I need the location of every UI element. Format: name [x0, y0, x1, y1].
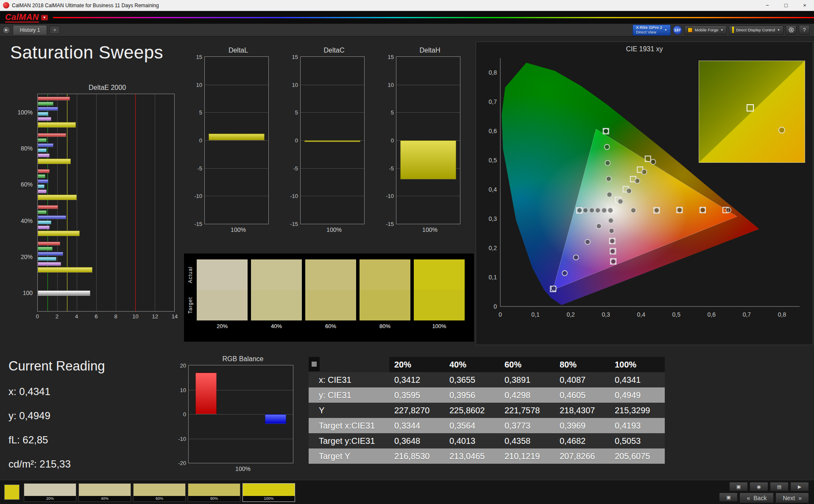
tab-history-1[interactable]: History 1 — [13, 25, 47, 35]
gridline — [396, 196, 460, 196]
row-label: Target x:CIE31 — [309, 418, 389, 433]
chevron-down-icon: ▼ — [720, 28, 723, 31]
measured-point-magenta — [609, 228, 614, 233]
meter-count-badge[interactable]: 137 — [673, 25, 682, 35]
back-button[interactable]: « Back — [739, 493, 774, 503]
table-corner-handle — [309, 357, 320, 371]
cell-value: 0,3412 — [389, 372, 444, 387]
x-axis-label: 100% — [396, 226, 464, 233]
x-tick-label: 0,6 — [708, 311, 716, 318]
nav-tool-capture-button[interactable]: ◉ — [750, 482, 768, 491]
calman-logo-menu[interactable]: CalMAN ▼ — [0, 12, 53, 22]
add-tab-button[interactable]: + — [50, 26, 60, 34]
toolbar-controls: X-Rite i1Pro 2 Direct View ▼ 137 Mobile … — [633, 25, 814, 36]
cell-value: 207,8266 — [555, 448, 610, 464]
source-label: Mobile Forge — [695, 28, 718, 32]
row-label: y: CIE31 — [309, 387, 389, 403]
bar-red — [195, 373, 216, 414]
column-header: 60% — [499, 357, 555, 372]
cell-value: 0,3655 — [444, 372, 499, 387]
pattern-swatch-80[interactable]: 80% — [188, 483, 240, 502]
history-expander-button[interactable]: ▶ — [3, 26, 10, 34]
gridline — [205, 140, 268, 141]
measured-point-red — [700, 207, 705, 212]
table-corner — [309, 357, 389, 372]
group-label: 60% — [17, 181, 35, 188]
y-tick-label: 5 — [189, 109, 202, 116]
cell-value: 0,3564 — [444, 418, 499, 433]
next-icon: » — [798, 495, 802, 501]
current-pattern-swatch — [4, 485, 20, 500]
x-tick-label: 0,2 — [566, 311, 575, 318]
deltaL-chart: DeltaL 151050-5-10-15 100% — [186, 47, 272, 233]
current-reading-title: Current Reading — [8, 359, 105, 374]
deltaC-chart: DeltaC 151050-5-10-15 100% — [282, 47, 368, 233]
bar-white — [38, 290, 90, 296]
measured-point-cyan — [589, 208, 594, 213]
plot-area: 100%80%60%40%20%100 — [37, 94, 175, 312]
measured-point-cyan — [583, 208, 588, 213]
y-tick-label: 15 — [189, 54, 202, 60]
y-tick-label: -15 — [189, 221, 202, 227]
close-button[interactable]: × — [795, 0, 814, 11]
maximize-button[interactable]: □ — [777, 0, 795, 11]
actual-target-swatches: Actual Target 20%40%60%80%100% — [184, 253, 474, 342]
y-tick-label: 0 — [380, 137, 394, 144]
reading-y: y: 0,4949 — [8, 410, 105, 422]
cie1931-chart: CIE 1931 xy — [476, 42, 813, 345]
bar-magenta — [38, 189, 47, 193]
swatch-color — [79, 484, 131, 496]
next-button[interactable]: Next » — [775, 493, 809, 503]
gridline — [301, 112, 364, 113]
nav-tool-report-button[interactable]: ▤ — [770, 482, 789, 491]
y-tick-label: 0,1 — [489, 274, 497, 281]
source-selector[interactable]: Mobile Forge ▼ — [684, 25, 727, 35]
x-tick-label: 0 — [36, 313, 39, 320]
pattern-swatch-strip: 20%40%60%80%100% — [24, 483, 295, 502]
display-control-selector[interactable]: Direct Display Control ▼ — [729, 25, 783, 35]
measured-point-cyan — [595, 208, 600, 213]
x-tick-label: 0,8 — [778, 311, 786, 318]
gear-icon — [788, 27, 794, 33]
y-tick-label: 0 — [173, 411, 186, 418]
pattern-swatch-60[interactable]: 60% — [133, 483, 186, 502]
column-header: 20% — [389, 357, 444, 372]
actual-swatch — [197, 259, 248, 290]
cell-value: 227,8270 — [389, 403, 444, 418]
cie-zoom-inset — [699, 61, 805, 163]
measured-point-green — [607, 192, 612, 197]
bar-blue — [38, 107, 58, 111]
measured-point-white — [608, 208, 613, 213]
bar-value — [304, 140, 360, 142]
measured-point-blue — [551, 286, 556, 291]
nav-tool-pattern-window-button[interactable]: ▣ — [729, 482, 748, 491]
swatch-label: 80% — [360, 320, 410, 329]
bar-yellow — [38, 267, 92, 273]
gridline — [77, 94, 77, 311]
display-control-label: Direct Display Control — [736, 28, 775, 32]
cell-value: 0,4013 — [444, 433, 499, 448]
swatch-column: 20% — [197, 259, 248, 329]
bar-blue — [265, 414, 286, 424]
source-icon — [688, 28, 693, 33]
chart-title: DeltaH — [396, 47, 464, 54]
cell-value: 0,3344 — [389, 418, 444, 433]
nav-tool-play-button[interactable]: ▶ — [790, 482, 809, 491]
meter-selector[interactable]: X-Rite i1Pro 2 Direct View ▼ — [633, 25, 671, 36]
measured-point-green — [606, 176, 611, 181]
swatch-color — [24, 484, 76, 496]
swatch-color — [243, 484, 295, 496]
help-button[interactable]: ? — [799, 25, 810, 35]
cell-value: 215,3299 — [610, 403, 665, 418]
chevron-down-icon: ▼ — [41, 15, 48, 20]
pattern-swatch-20[interactable]: 20% — [24, 483, 76, 502]
plot-area: 151050-5-10-15 — [300, 56, 365, 224]
settings-button[interactable] — [786, 25, 797, 35]
minimize-button[interactable]: − — [758, 0, 777, 11]
pattern-swatch-40[interactable]: 40% — [78, 483, 131, 502]
measured-point-red — [726, 207, 731, 212]
display-window-button[interactable]: ▣ — [719, 493, 738, 502]
back-icon: « — [747, 495, 750, 501]
pattern-swatch-100[interactable]: 100% — [243, 483, 295, 502]
actual-swatch — [360, 259, 410, 290]
